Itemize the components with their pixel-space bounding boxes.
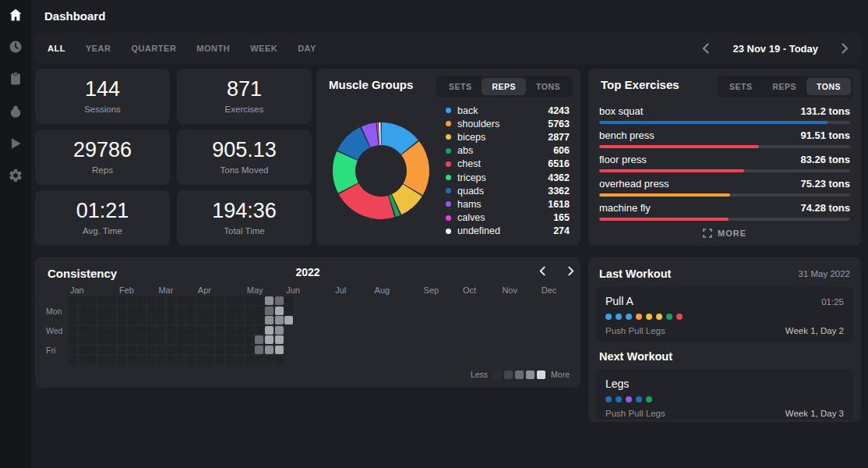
heatmap-cell (167, 356, 175, 364)
heatmap-cell (137, 307, 146, 315)
legend-label: calves (457, 212, 485, 223)
legend-row: quads3362 (446, 184, 570, 197)
heatmap-cell (137, 335, 146, 344)
heatmap-cell (226, 346, 235, 354)
legend-value: 4362 (548, 172, 570, 183)
history-icon[interactable] (8, 39, 23, 55)
legend-value: 3362 (548, 186, 570, 197)
heatmap-cell (147, 346, 156, 354)
more-button[interactable]: MORE (588, 229, 861, 238)
next-workout-card[interactable]: Legs Push Pull Legs Week 1, Day 3 (596, 370, 853, 420)
workout-program: Push Pull Legs (605, 409, 665, 418)
exercise-bar-fill (599, 193, 730, 197)
month-label: Apr (198, 285, 211, 295)
year-label: 2022 (35, 266, 580, 278)
heatmap-cell (118, 296, 126, 305)
year-next-icon[interactable] (568, 266, 574, 276)
heatmap-cell (167, 346, 175, 354)
home-icon[interactable] (8, 7, 23, 23)
heatmap-cell (255, 356, 263, 364)
heatmap-cell (79, 346, 87, 354)
exercise-row-header: machine fly74.28 tons (599, 202, 850, 214)
muscle-dot (616, 396, 622, 402)
heatmap-cell (98, 296, 107, 305)
heatmap-cell (147, 296, 156, 305)
heatmap-cell (128, 316, 136, 324)
date-range-label[interactable]: 23 Nov 19 - Today (732, 43, 818, 55)
heatmap-cell (118, 335, 126, 344)
legend-dot (446, 201, 451, 207)
heatmap-cell (255, 335, 263, 344)
year-prev-icon[interactable] (539, 266, 545, 276)
heatmap-cell (284, 296, 293, 305)
legend-square (515, 370, 524, 379)
heatmap-cell (186, 326, 195, 335)
legend-less-label: Less (471, 370, 488, 379)
heatmap-cell (196, 296, 205, 305)
heatmap-cell (137, 326, 146, 335)
exercise-bar-fill (599, 121, 827, 124)
muscle-dot (636, 396, 642, 402)
tab-sets[interactable]: SETS (439, 78, 482, 95)
tab-reps[interactable]: REPS (762, 78, 806, 95)
date-navigator: 23 Nov 19 - Today (702, 43, 849, 55)
filter-year[interactable]: YEAR (86, 44, 111, 53)
month-label: Sep (424, 285, 439, 295)
tab-tons[interactable]: TONS (526, 78, 570, 95)
exercise-row: overhead press75.23 tons (599, 178, 850, 202)
legend-dot (446, 108, 451, 113)
heatmap-cell (167, 316, 175, 324)
legend-square (504, 370, 513, 379)
heatmap-cell (226, 356, 235, 364)
tab-sets[interactable]: SETS (719, 78, 762, 95)
heatmap-cell (98, 326, 107, 335)
heatmap-cell (265, 326, 273, 335)
filter-day[interactable]: DAY (298, 44, 316, 53)
play-icon[interactable] (8, 136, 23, 151)
exercise-bar-fill (599, 218, 729, 221)
heatmap-cell (206, 307, 214, 315)
heatmap-cell (128, 307, 136, 315)
heatmap-cell (216, 296, 224, 305)
exercise-value: 74.28 tons (800, 202, 850, 214)
heatmap-cell (186, 356, 195, 364)
exercise-name: box squat (599, 105, 643, 117)
stat-card: 871Exercises (177, 69, 312, 124)
heatmap-cell (128, 346, 136, 354)
chevron-left-icon[interactable] (702, 43, 709, 54)
muscle-dot (646, 314, 652, 320)
filter-month[interactable]: MONTH (196, 44, 230, 53)
heatmap-cell (226, 335, 235, 344)
filter-quarter[interactable]: QUARTER (131, 44, 176, 53)
heatmap-cell (147, 356, 156, 364)
exercise-name: overhead press (599, 178, 669, 190)
heatmap-cell (88, 335, 97, 344)
exercise-bar-fill (599, 145, 759, 148)
clipboard-icon[interactable] (8, 71, 23, 87)
heatmap-cell (177, 296, 185, 305)
heatmap-cell (255, 326, 263, 335)
filter-week[interactable]: WEEK (250, 44, 277, 53)
heatmap-cell (157, 356, 165, 364)
heatmap-cell (69, 335, 77, 344)
exercise-bar-fill (599, 169, 744, 172)
settings-icon[interactable] (8, 168, 23, 183)
heatmap-cell (235, 307, 244, 315)
filter-all[interactable]: ALL (48, 44, 65, 53)
month-label: Nov (502, 285, 517, 295)
heatmap-cell (255, 307, 263, 315)
month-label: Dec (542, 285, 557, 295)
weight-icon[interactable] (8, 104, 23, 119)
last-workout-card[interactable]: Pull A 01:25 Push Pull Legs Week 1, Day … (596, 287, 853, 342)
heatmap-cell (98, 307, 107, 315)
chevron-right-icon[interactable] (842, 43, 849, 54)
tab-reps[interactable]: REPS (482, 78, 526, 95)
legend-label: triceps (457, 172, 486, 183)
heatmap-cell (226, 307, 235, 315)
heatmap-cell (196, 335, 205, 344)
tab-tons[interactable]: TONS (806, 78, 851, 95)
heatmap-cell (79, 307, 87, 315)
heatmap-cell (235, 335, 244, 344)
heatmap-cell (137, 316, 146, 324)
muscle-donut-chart (316, 106, 446, 236)
